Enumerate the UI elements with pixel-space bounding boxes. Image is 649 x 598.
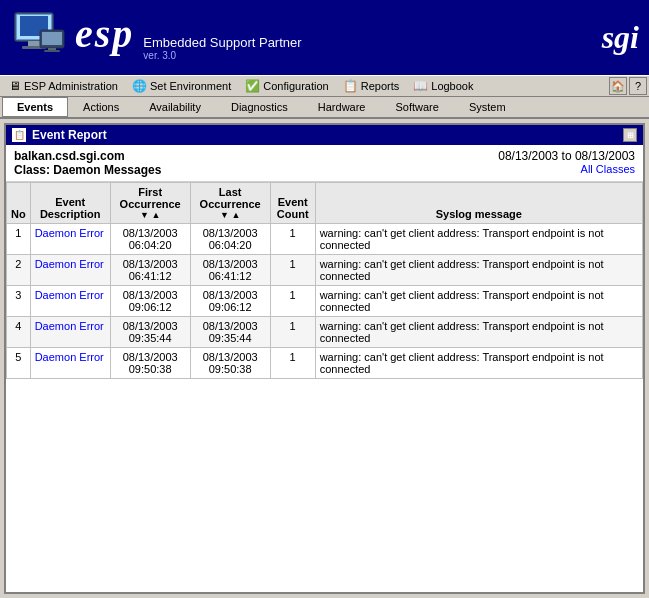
report-class: Class: Daemon Messages <box>14 163 161 177</box>
logbook-icon: 📖 <box>413 79 428 93</box>
last-occ-time: 06:04:20 <box>195 239 266 251</box>
cell-event-desc: Daemon Error <box>30 255 110 286</box>
event-table-container: No EventDescription FirstOccurrence ▼ ▲ … <box>6 182 643 379</box>
nav-hardware[interactable]: Hardware <box>303 97 381 117</box>
first-occ-date: 08/13/2003 <box>115 320 186 332</box>
last-occ-date: 08/13/2003 <box>195 320 266 332</box>
first-occ-time: 09:35:44 <box>115 332 186 344</box>
all-classes-link[interactable]: All Classes <box>498 163 635 175</box>
first-occ-date: 08/13/2003 <box>115 289 186 301</box>
computer-icon <box>10 10 70 65</box>
first-occ-sort-arrows[interactable]: ▼ ▲ <box>115 210 186 220</box>
cell-syslog: warning: can't get client address: Trans… <box>315 286 642 317</box>
last-occ-sort-arrows[interactable]: ▼ ▲ <box>195 210 266 220</box>
home-button[interactable]: 🏠 <box>609 77 627 95</box>
nav-system[interactable]: System <box>454 97 521 117</box>
first-occ-time: 09:50:38 <box>115 363 186 375</box>
nav-help-area: 🏠 ? <box>609 77 647 95</box>
last-occ-time: 09:50:38 <box>195 363 266 375</box>
cell-last-occ: 08/13/2003 06:41:12 <box>190 255 270 286</box>
nav-availability-label: Availability <box>149 101 201 113</box>
event-desc-link[interactable]: Daemon Error <box>35 258 104 270</box>
cell-count: 1 <box>270 255 315 286</box>
esp-brand: esp Embedded Support Partner ver. 3.0 <box>75 14 302 61</box>
cell-event-desc: Daemon Error <box>30 224 110 255</box>
nav-availability[interactable]: Availability <box>134 97 216 117</box>
event-desc-link[interactable]: Daemon Error <box>35 289 104 301</box>
first-occ-date: 08/13/2003 <box>115 258 186 270</box>
report-panel-icon: 📋 <box>12 128 26 142</box>
first-occ-date: 08/13/2003 <box>115 227 186 239</box>
cell-event-desc: Daemon Error <box>30 348 110 379</box>
cell-count: 1 <box>270 224 315 255</box>
col-header-first-occ: FirstOccurrence ▼ ▲ <box>110 183 190 224</box>
col-header-no: No <box>7 183 31 224</box>
cell-first-occ: 08/13/2003 09:50:38 <box>110 348 190 379</box>
event-report-title: Event Report <box>32 128 107 142</box>
report-info-left: balkan.csd.sgi.com Class: Daemon Message… <box>14 149 161 177</box>
nav-set-environment[interactable]: 🌐 Set Environment <box>125 76 238 96</box>
cell-first-occ: 08/13/2003 09:35:44 <box>110 317 190 348</box>
table-row: 1 Daemon Error 08/13/2003 06:04:20 08/13… <box>7 224 643 255</box>
first-occ-time: 09:06:12 <box>115 301 186 313</box>
app-header: esp Embedded Support Partner ver. 3.0 sg… <box>0 0 649 75</box>
col-header-event-count: EventCount <box>270 183 315 224</box>
first-occ-date: 08/13/2003 <box>115 351 186 363</box>
report-title-area: 📋 Event Report <box>12 128 107 142</box>
cell-first-occ: 08/13/2003 06:04:20 <box>110 224 190 255</box>
version-text: ver. 3.0 <box>143 50 301 61</box>
nav-esp-admin-label: ESP Administration <box>24 80 118 92</box>
event-desc-link[interactable]: Daemon Error <box>35 351 104 363</box>
nav-diagnostics-label: Diagnostics <box>231 101 288 113</box>
cell-last-occ: 08/13/2003 09:06:12 <box>190 286 270 317</box>
check-icon: ✅ <box>245 79 260 93</box>
nav-events-label: Events <box>17 101 53 113</box>
last-occ-date: 08/13/2003 <box>195 258 266 270</box>
event-report-header: 📋 Event Report ⊞ <box>6 125 643 145</box>
cell-event-desc: Daemon Error <box>30 286 110 317</box>
nav-actions[interactable]: Actions <box>68 97 134 117</box>
nav-actions-label: Actions <box>83 101 119 113</box>
table-row: 3 Daemon Error 08/13/2003 09:06:12 08/13… <box>7 286 643 317</box>
event-table: No EventDescription FirstOccurrence ▼ ▲ … <box>6 182 643 379</box>
report-info-bar: balkan.csd.sgi.com Class: Daemon Message… <box>6 145 643 182</box>
nav-logbook-label: Logbook <box>431 80 473 92</box>
subtitle-line1: Embedded Support Partner <box>143 35 301 50</box>
cell-last-occ: 08/13/2003 09:50:38 <box>190 348 270 379</box>
nav-diagnostics[interactable]: Diagnostics <box>216 97 303 117</box>
nav-software[interactable]: Software <box>380 97 453 117</box>
report-info-right: 08/13/2003 to 08/13/2003 All Classes <box>498 149 635 175</box>
maximize-button[interactable]: ⊞ <box>623 128 637 142</box>
cell-last-occ: 08/13/2003 09:35:44 <box>190 317 270 348</box>
nav-esp-administration[interactable]: 🖥 ESP Administration <box>2 76 125 96</box>
event-desc-link[interactable]: Daemon Error <box>35 320 104 332</box>
cell-count: 1 <box>270 286 315 317</box>
cell-last-occ: 08/13/2003 06:04:20 <box>190 224 270 255</box>
nav-software-label: Software <box>395 101 438 113</box>
cell-first-occ: 08/13/2003 06:41:12 <box>110 255 190 286</box>
cell-syslog: warning: can't get client address: Trans… <box>315 348 642 379</box>
svg-rect-8 <box>44 50 60 52</box>
nav-events[interactable]: Events <box>2 97 68 117</box>
cell-count: 1 <box>270 317 315 348</box>
nav-configuration[interactable]: ✅ Configuration <box>238 76 335 96</box>
globe-icon: 🌐 <box>132 79 147 93</box>
cell-syslog: warning: can't get client address: Trans… <box>315 255 642 286</box>
second-nav-bar: Events Actions Availability Diagnostics … <box>0 97 649 119</box>
nav-reports[interactable]: 📋 Reports <box>336 76 407 96</box>
esp-subtitle: Embedded Support Partner ver. 3.0 <box>143 35 301 61</box>
nav-hardware-label: Hardware <box>318 101 366 113</box>
report-date-range: 08/13/2003 to 08/13/2003 <box>498 149 635 163</box>
last-occ-date: 08/13/2003 <box>195 227 266 239</box>
table-row: 2 Daemon Error 08/13/2003 06:41:12 08/13… <box>7 255 643 286</box>
cell-no: 4 <box>7 317 31 348</box>
last-occ-time: 09:35:44 <box>195 332 266 344</box>
cell-first-occ: 08/13/2003 09:06:12 <box>110 286 190 317</box>
cell-no: 3 <box>7 286 31 317</box>
report-hostname: balkan.csd.sgi.com <box>14 149 161 163</box>
help-button[interactable]: ? <box>629 77 647 95</box>
cell-no: 2 <box>7 255 31 286</box>
nav-logbook[interactable]: 📖 Logbook <box>406 76 480 96</box>
event-desc-link[interactable]: Daemon Error <box>35 227 104 239</box>
cell-syslog: warning: can't get client address: Trans… <box>315 224 642 255</box>
